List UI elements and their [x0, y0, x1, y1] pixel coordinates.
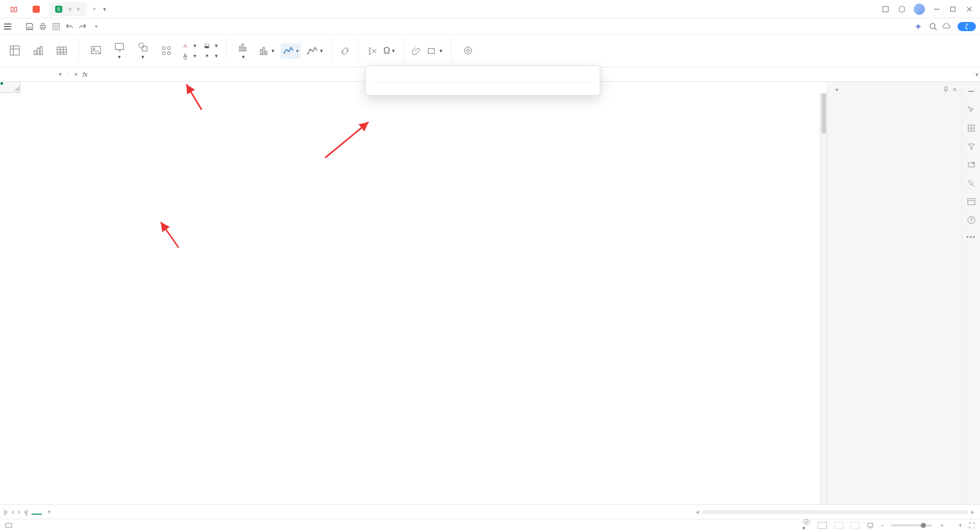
rib-label: ▾ — [242, 54, 245, 60]
close-icon[interactable]: × — [77, 6, 80, 13]
zoom-out-icon[interactable]: − — [881, 522, 884, 528]
selection-fill-handle[interactable] — [0, 82, 4, 85]
svg-rect-11 — [10, 46, 19, 55]
svg-rect-17 — [57, 47, 66, 54]
svg-rect-39 — [428, 49, 434, 54]
rib-link[interactable] — [340, 46, 350, 56]
rib-chart-col[interactable]: ▾ — [258, 45, 275, 57]
collapse-icon[interactable] — [967, 87, 976, 96]
mindmap-icon: ✶ — [203, 52, 211, 60]
eye-icon[interactable]: ▾ — [802, 519, 811, 531]
wordart-icon: A — [181, 42, 189, 50]
svg-point-37 — [307, 53, 309, 54]
textbox-icon: A̲ — [181, 52, 189, 60]
spreadsheet-grid[interactable] — [0, 82, 827, 504]
print-preview-icon[interactable] — [52, 22, 60, 31]
rib-mindmap[interactable]: ✶ ▾ — [203, 52, 218, 60]
new-tab-button[interactable]: ＋ — [88, 3, 101, 15]
pin-icon[interactable] — [942, 86, 949, 93]
zoom-slider[interactable] — [891, 524, 932, 526]
status-mode-icon[interactable] — [5, 522, 12, 529]
close-icon[interactable]: × — [952, 86, 957, 93]
window-cube-icon[interactable] — [897, 5, 906, 14]
wps-ai-button[interactable] — [915, 23, 924, 30]
rib-textbox[interactable]: A̲ ▾ — [181, 52, 197, 60]
search-icon[interactable] — [929, 22, 937, 31]
svg-point-53 — [805, 521, 807, 523]
view-break-icon[interactable] — [850, 522, 860, 529]
svg-rect-2 — [951, 7, 955, 11]
cloud-modified[interactable] — [942, 23, 952, 30]
more-icon[interactable]: ••• — [967, 234, 976, 243]
rib-table[interactable] — [53, 45, 70, 57]
avatar[interactable] — [914, 4, 925, 15]
rib-shapes[interactable]: ▾ — [134, 41, 152, 60]
expand-formula-icon[interactable]: ▾ — [973, 71, 980, 78]
rib-symbol[interactable]: Ω ▾ — [383, 45, 395, 56]
sheet-nav-last-icon[interactable]: ›| — [24, 509, 28, 516]
docer-logo-icon — [33, 6, 40, 13]
name-box[interactable]: ▼ — [0, 71, 68, 77]
window-square-icon[interactable] — [881, 5, 890, 14]
sheet-nav-next-icon[interactable]: › — [18, 509, 20, 516]
svg-rect-46 — [968, 163, 974, 167]
fx-icon[interactable]: fx — [83, 71, 87, 78]
app-tab-docer[interactable] — [27, 2, 49, 16]
display-settings-icon[interactable] — [867, 522, 874, 529]
rib-all-charts[interactable]: ▾ — [235, 41, 252, 60]
app-tab-wps[interactable]: ▯▯ — [4, 2, 27, 16]
share-button[interactable] — [958, 22, 976, 31]
rib-flowchart[interactable]: ⬓ ▾ — [203, 42, 218, 50]
redo-icon[interactable] — [79, 22, 87, 31]
help-icon[interactable]: ? — [967, 215, 976, 225]
tools-icon[interactable] — [967, 179, 976, 188]
rib-attachment[interactable] — [412, 46, 421, 56]
undo-icon[interactable] — [65, 22, 74, 31]
flowchart-icon: ⬓ — [203, 42, 211, 50]
scrollbar-thumb[interactable] — [821, 93, 826, 134]
cancel-formula-icon[interactable]: ✕ — [74, 71, 79, 78]
svg-rect-32 — [242, 44, 243, 51]
print-icon[interactable] — [39, 22, 47, 31]
svg-rect-5 — [41, 23, 44, 26]
layout-icon[interactable] — [967, 197, 976, 206]
rib-pivot-table[interactable] — [6, 45, 23, 57]
style-icon[interactable] — [967, 124, 976, 133]
status-bar: ▾ − ＋ ▾ — [0, 519, 980, 531]
fullscreen-icon[interactable] — [969, 522, 975, 528]
menu-burger-icon[interactable] — [4, 23, 11, 30]
close-window-icon[interactable] — [965, 5, 974, 14]
zoom-in-icon[interactable]: ＋ — [939, 521, 945, 529]
svg-point-9 — [930, 23, 935, 29]
rib-material[interactable] — [459, 45, 477, 57]
sheet-nav-prev-icon[interactable]: ‹ — [12, 509, 14, 516]
rib-pivot-chart[interactable] — [30, 45, 47, 57]
tab-list-button[interactable]: ▾ — [101, 3, 109, 15]
rib-icons[interactable] — [158, 45, 175, 57]
view-page-icon[interactable] — [834, 522, 843, 529]
save-icon[interactable] — [26, 22, 34, 31]
select-icon[interactable] — [967, 105, 976, 114]
rib-chart-area[interactable]: ▾ — [307, 45, 323, 57]
rib-picture[interactable] — [87, 45, 105, 57]
rib-equation[interactable] — [367, 46, 377, 56]
vertical-scrollbar[interactable] — [820, 93, 827, 504]
qat-dropdown-icon[interactable]: ▾ — [92, 22, 100, 31]
rib-wordart[interactable]: A ▾ — [181, 42, 197, 50]
sheet-nav-first-icon[interactable]: |‹ — [4, 509, 8, 516]
insert-icon[interactable] — [967, 160, 976, 170]
sheet-tab[interactable] — [32, 510, 42, 515]
chevron-down-icon[interactable]: ▼ — [58, 71, 63, 77]
minimize-icon[interactable] — [932, 5, 941, 14]
rib-chart-line-active[interactable]: ▾ — [281, 43, 301, 59]
view-normal-icon[interactable] — [818, 522, 827, 529]
horizontal-scrollbar[interactable]: ◄► — [56, 509, 976, 516]
filter-icon[interactable] — [967, 142, 976, 151]
chevron-down-icon[interactable]: ▾ — [836, 87, 838, 92]
rib-screenshot[interactable]: ▾ — [111, 41, 128, 60]
maximize-icon[interactable] — [948, 5, 958, 14]
rib-form[interactable]: ▾ — [427, 47, 443, 55]
cells-area[interactable] — [20, 93, 820, 504]
app-tab-workbook[interactable]: S × — [49, 2, 86, 16]
add-sheet-button[interactable]: ＋ — [46, 508, 52, 516]
